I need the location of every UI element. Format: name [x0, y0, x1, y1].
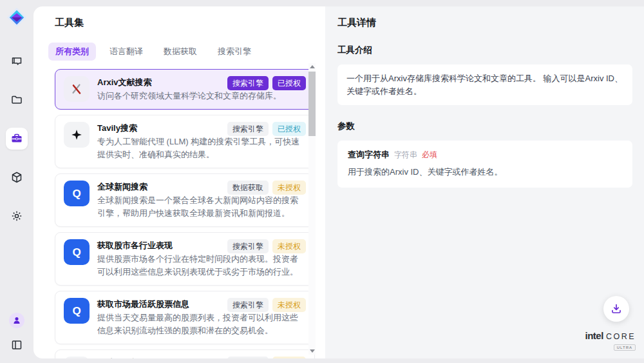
- param-type: 字符串: [394, 150, 417, 161]
- download-button[interactable]: [603, 296, 629, 322]
- category-badge: 搜索引擎: [227, 357, 269, 358]
- tool-card-list: 搜索引擎 已授权 Arxiv文献搜索 访问各个研究领域大量科学论文和文章的存储库…: [55, 69, 315, 358]
- tools-title: 工具集: [55, 17, 325, 29]
- auth-badge: 未授权: [272, 181, 306, 195]
- nav-toolbox-icon[interactable]: [6, 128, 28, 150]
- newspaper-icon: [64, 357, 90, 358]
- intel-core-logo: intel core ultra: [585, 331, 636, 351]
- param-required-badge: 必填: [422, 150, 437, 161]
- category-badge: 搜索引擎: [227, 298, 269, 312]
- panel-toggle-icon[interactable]: [9, 337, 24, 353]
- main-panel: 工具集 所有类别 语言翻译 数据获取 搜索引擎: [33, 6, 644, 358]
- tool-card-sector-performance[interactable]: Q 搜索引擎 未授权 获取股市各行业表现 提供股票市场各个行业在特定时间段内的表…: [55, 232, 315, 286]
- tool-card-desc: 专为人工智能代理 (LLM) 构建的搜索引擎工具，可快速提供实时、准确和真实的结…: [97, 135, 306, 161]
- tool-card-tavily[interactable]: 搜索引擎 已授权 Tavily搜索 专为人工智能代理 (LLM) 构建的搜索引擎…: [55, 115, 315, 168]
- tab-all-categories[interactable]: 所有类别: [48, 43, 96, 61]
- scrollbar-thumb[interactable]: [308, 72, 316, 136]
- intro-heading: 工具介绍: [337, 44, 632, 56]
- sidebar-rail: [0, 0, 33, 363]
- download-icon: [611, 303, 622, 315]
- intro-text-box: 一个用于从Arxiv存储库搜索科学论文和文章的工具。 输入可以是Arxiv ID…: [337, 64, 632, 105]
- category-badge: 搜索引擎: [227, 76, 269, 90]
- blue-q-logo-icon: Q: [64, 181, 90, 206]
- param-card: 查询字符串 字符串 必填 用于搜索的Arxiv ID、关键字或作者姓名。: [337, 141, 632, 188]
- auth-badge: 未授权: [272, 239, 306, 253]
- tool-card-desc: 提供股票市场各个行业在特定时间段内的表现。投资者可以利用这些信息来识别表现优于或…: [97, 253, 306, 279]
- auth-badge: 未授权: [272, 298, 306, 312]
- detail-title: 工具详情: [337, 17, 632, 29]
- tool-card-global-news[interactable]: Q 数据获取 未授权 全球新闻搜索 全球新闻搜索是一个聚合全球各大新闻网站内容的…: [55, 173, 315, 227]
- intel-ultra-badge: ultra: [614, 344, 636, 351]
- tab-language-translation[interactable]: 语言翻译: [102, 43, 150, 61]
- sidebar-nav: [6, 50, 28, 227]
- tool-card-active-stocks[interactable]: Q 搜索引擎 未授权 获取市场最活跃股票信息 提供当天交易量最高的股票列表，投资…: [55, 291, 315, 344]
- tool-card-desc: 访问各个研究领域大量科学论文和文章的存储库。: [97, 90, 306, 103]
- nav-folder-icon[interactable]: [6, 89, 28, 111]
- category-badge: 搜索引擎: [227, 122, 269, 136]
- tab-search-engine[interactable]: 搜索引擎: [211, 43, 258, 61]
- nav-chat-icon[interactable]: [6, 50, 28, 72]
- list-scrollbar[interactable]: [308, 63, 316, 355]
- param-desc: 用于搜索的Arxiv ID、关键字或作者姓名。: [348, 166, 622, 178]
- arxiv-x-icon: [64, 76, 90, 102]
- app-window: 工具集 所有类别 语言翻译 数据获取 搜索引擎: [0, 0, 644, 363]
- tools-list-pane: 工具集 所有类别 语言翻译 数据获取 搜索引擎: [33, 6, 325, 358]
- tab-data-fetching[interactable]: 数据获取: [156, 43, 204, 61]
- tool-card-regional-news[interactable]: 搜索引擎 未授权 万维地区新闻查询 查询具体行政区划内的新闻，快速了解各地新闻动: [55, 349, 315, 358]
- tool-detail-pane: 工具详情 工具介绍 一个用于从Arxiv存储库搜索科学论文和文章的工具。 输入可…: [325, 6, 644, 358]
- blue-q-logo-icon: Q: [64, 298, 90, 324]
- auth-badge: 已授权: [272, 122, 306, 136]
- tool-card-arxiv[interactable]: 搜索引擎 已授权 Arxiv文献搜索 访问各个研究领域大量科学论文和文章的存储库…: [55, 69, 315, 110]
- four-point-star-icon: [64, 122, 90, 148]
- tool-card-desc: 全球新闻搜索是一个聚合全球各大新闻网站内容的搜索引擎，帮助用户快速获取全球最新资…: [97, 194, 306, 220]
- scroll-down-arrow-icon[interactable]: [308, 348, 316, 355]
- app-logo-icon: [6, 6, 28, 28]
- category-tabs: 所有类别 语言翻译 数据获取 搜索引擎: [48, 43, 325, 61]
- sidebar-bottom: [9, 313, 24, 353]
- auth-badge: 已授权: [272, 76, 306, 90]
- category-badge: 数据获取: [227, 181, 269, 195]
- tool-card-desc: 提供当天交易量最高的股票列表，投资者可以利用这些信息来识别流动性强的股票和潜在的…: [97, 311, 306, 337]
- param-name: 查询字符串: [348, 149, 390, 161]
- nav-cube-icon[interactable]: [6, 166, 28, 188]
- params-heading: 参数: [337, 121, 632, 132]
- category-badge: 搜索引擎: [227, 239, 269, 253]
- user-avatar[interactable]: [9, 313, 24, 328]
- blue-q-logo-icon: Q: [64, 239, 90, 265]
- auth-badge: 未授权: [272, 357, 306, 358]
- nav-settings-gear-icon[interactable]: [6, 205, 28, 227]
- scroll-up-arrow-icon[interactable]: [308, 63, 316, 70]
